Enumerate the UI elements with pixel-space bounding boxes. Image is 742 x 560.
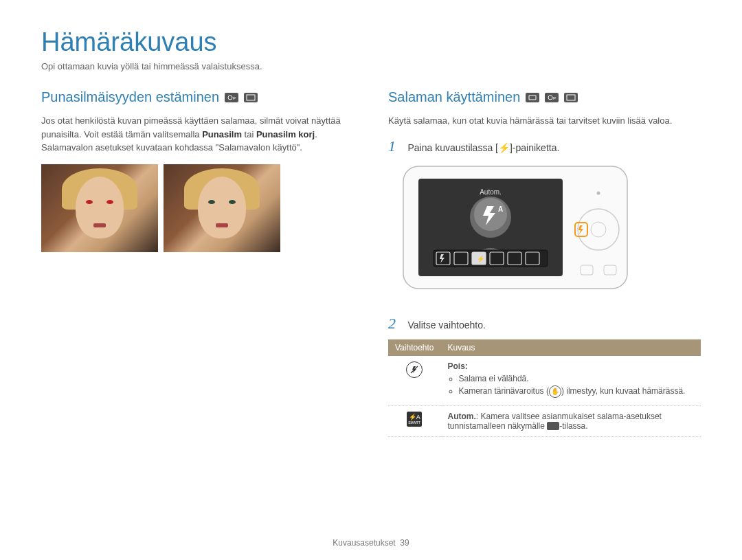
flash-options-table: Vaihtoehto Kuvaus <box>388 339 701 437</box>
step-1: Paina kuvaustilassa [⚡]-painiketta. A <box>388 137 701 305</box>
svg-text:P: P <box>233 96 236 100</box>
mode-icon-scene <box>564 93 578 102</box>
flash-auto-smart-icon: ⚡A SMART <box>407 412 422 427</box>
step-2-text: Valitse vaihtoehto. <box>407 320 485 331</box>
example-photos <box>41 164 354 252</box>
redeye-body: Jos otat henkilöstä kuvan pimeässä käytt… <box>41 114 354 155</box>
photo-redeye-before <box>41 164 158 252</box>
flash-heading-text: Salaman käyttäminen <box>388 89 520 105</box>
flash-heading: Salaman käyttäminen P <box>388 89 701 105</box>
footer-section: Kuvausasetukset <box>333 538 395 548</box>
manual-page: Hämäräkuvaus Opi ottamaan kuvia yöllä ta… <box>0 0 742 560</box>
mode-icon-scene <box>244 93 258 102</box>
flash-off-icon <box>406 361 423 378</box>
eye-icon <box>229 200 236 204</box>
mode-icon-op: P <box>225 93 238 102</box>
redeye-heading: Punasilmäisyyden estäminen P <box>41 89 354 105</box>
photo-redeye-after <box>164 164 280 252</box>
step-1-text: Paina kuvaustilassa [⚡]-painiketta. <box>407 142 559 153</box>
col-option: Vaihtoehto <box>388 339 441 356</box>
led-indicator-icon <box>597 191 600 194</box>
steps-list: Paina kuvaustilassa [⚡]-painiketta. A <box>388 137 701 437</box>
left-column: Punasilmäisyyden estäminen P Jos otat he… <box>41 89 354 447</box>
smart-mode-icon <box>547 422 559 430</box>
svg-text:A: A <box>498 205 503 213</box>
flash-icon: ⚡ <box>498 142 510 153</box>
page-footer: Kuvausasetukset 39 <box>0 538 742 548</box>
right-column: Salaman käyttäminen P Käytä salamaa, kun… <box>388 89 701 447</box>
table-row: ⚡A SMART Autom.: Kamera valitsee asianmu… <box>388 405 701 436</box>
camera-illustration: A Autom. ⚡ <box>402 162 629 293</box>
page-subtitle: Opi ottamaan kuvia yöllä tai himmeässä v… <box>41 61 701 71</box>
flash-auto-icon: ⚡ <box>477 255 485 263</box>
mode-icon-smart <box>526 93 539 102</box>
svg-text:P: P <box>553 96 556 100</box>
table-row: Pois: Salama ei välähdä. Kameran tärinäv… <box>388 356 701 406</box>
svg-rect-2 <box>247 95 255 100</box>
footer-page-number: 39 <box>400 538 409 548</box>
redeye-icon <box>86 200 93 204</box>
redeye-icon <box>106 200 113 204</box>
mode-icon-op: P <box>545 93 559 102</box>
content-columns: Punasilmäisyyden estäminen P Jos otat he… <box>41 89 701 447</box>
svg-point-3 <box>548 96 552 100</box>
svg-point-0 <box>228 96 232 100</box>
col-description: Kuvaus <box>441 339 701 356</box>
page-title: Hämäräkuvaus <box>41 27 701 57</box>
flash-intro: Käytä salamaa, kun otat kuvia hämärässä … <box>388 114 701 128</box>
svg-rect-5 <box>567 95 575 100</box>
svg-text:SMART: SMART <box>409 421 420 425</box>
eye-icon <box>208 200 215 204</box>
redeye-heading-text: Punasilmäisyyden estäminen <box>41 89 219 105</box>
camera-shake-icon: ✋ <box>549 385 561 398</box>
step-2: Valitse vaihtoehto. Vaihtoehto Kuvaus <box>388 315 701 437</box>
screen-label: Autom. <box>480 188 502 196</box>
